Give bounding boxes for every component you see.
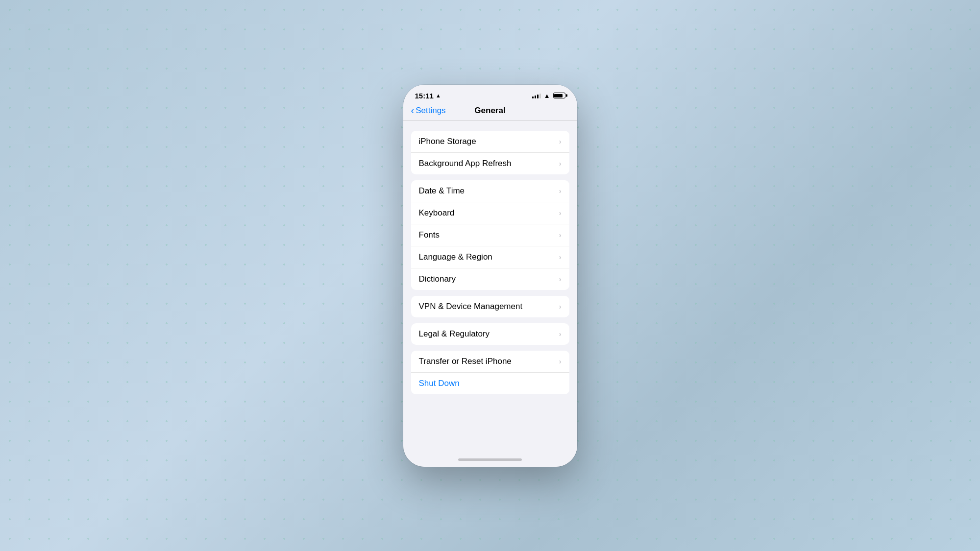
nav-bar: ‹ Settings General: [403, 104, 577, 121]
home-indicator: [403, 455, 577, 467]
iphone-storage-chevron-icon: ›: [559, 138, 562, 145]
home-bar: [458, 458, 522, 461]
status-icons: ▲: [532, 92, 565, 99]
shut-down-row[interactable]: Shut Down: [411, 373, 569, 394]
phone-frame: 15:11 ▲ ▲ ‹ Settings General: [403, 85, 577, 467]
background-app-refresh-chevron-icon: ›: [559, 160, 562, 168]
vpn-device-mgmt-row[interactable]: VPN & Device Management ›: [411, 296, 569, 317]
legal-section: Legal & Regulatory ›: [411, 323, 569, 345]
datetime-section: Date & Time › Keyboard › Fonts › Languag…: [411, 180, 569, 290]
dictionary-label: Dictionary: [419, 274, 555, 284]
settings-content: iPhone Storage › Background App Refresh …: [403, 121, 577, 455]
signal-bar-2: [535, 96, 536, 98]
back-chevron-icon: ‹: [411, 105, 415, 115]
shut-down-label: Shut Down: [419, 379, 562, 388]
back-label: Settings: [416, 106, 445, 116]
fonts-label: Fonts: [419, 230, 555, 240]
dictionary-chevron-icon: ›: [559, 275, 562, 283]
battery-icon: [553, 93, 565, 98]
language-region-row[interactable]: Language & Region ›: [411, 246, 569, 268]
transfer-reset-label: Transfer or Reset iPhone: [419, 357, 555, 366]
legal-regulatory-chevron-icon: ›: [559, 330, 562, 338]
background-app-refresh-row[interactable]: Background App Refresh ›: [411, 153, 569, 174]
back-button[interactable]: ‹ Settings: [411, 106, 446, 116]
signal-bar-4: [539, 94, 541, 98]
date-time-chevron-icon: ›: [559, 187, 562, 195]
background-app-refresh-label: Background App Refresh: [419, 159, 555, 168]
dictionary-row[interactable]: Dictionary ›: [411, 268, 569, 290]
fonts-chevron-icon: ›: [559, 231, 562, 239]
page-title: General: [474, 106, 505, 116]
language-region-label: Language & Region: [419, 252, 555, 262]
signal-bar-1: [532, 96, 534, 98]
wifi-icon: ▲: [544, 92, 550, 99]
battery-fill: [554, 94, 563, 97]
vpn-section: VPN & Device Management ›: [411, 296, 569, 317]
vpn-device-mgmt-label: VPN & Device Management: [419, 302, 555, 311]
legal-regulatory-row[interactable]: Legal & Regulatory ›: [411, 323, 569, 345]
vpn-device-mgmt-chevron-icon: ›: [559, 303, 562, 311]
transfer-section: Transfer or Reset iPhone › Shut Down: [411, 351, 569, 394]
time-display: 15:11: [415, 92, 434, 100]
iphone-storage-row[interactable]: iPhone Storage ›: [411, 131, 569, 153]
keyboard-label: Keyboard: [419, 208, 555, 218]
storage-section: iPhone Storage › Background App Refresh …: [411, 131, 569, 174]
signal-bar-3: [537, 95, 539, 98]
keyboard-row[interactable]: Keyboard ›: [411, 202, 569, 224]
transfer-reset-row[interactable]: Transfer or Reset iPhone ›: [411, 351, 569, 373]
transfer-reset-chevron-icon: ›: [559, 358, 562, 365]
legal-regulatory-label: Legal & Regulatory: [419, 329, 555, 339]
status-bar: 15:11 ▲ ▲: [403, 85, 577, 104]
language-region-chevron-icon: ›: [559, 253, 562, 261]
signal-bars-icon: [532, 93, 541, 98]
status-time: 15:11 ▲: [415, 92, 441, 100]
date-time-row[interactable]: Date & Time ›: [411, 180, 569, 202]
iphone-storage-label: iPhone Storage: [419, 137, 555, 146]
fonts-row[interactable]: Fonts ›: [411, 224, 569, 246]
location-icon: ▲: [436, 93, 441, 98]
date-time-label: Date & Time: [419, 186, 555, 196]
keyboard-chevron-icon: ›: [559, 209, 562, 217]
